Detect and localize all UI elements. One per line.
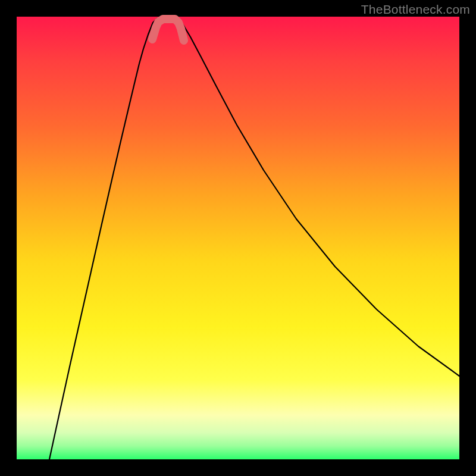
watermark-text: TheBottleneck.com xyxy=(361,2,470,17)
curve-left xyxy=(49,18,157,459)
chart-area xyxy=(17,17,459,459)
curve-right xyxy=(178,18,459,376)
valley-highlight xyxy=(152,19,184,40)
chart-svg xyxy=(17,17,459,459)
